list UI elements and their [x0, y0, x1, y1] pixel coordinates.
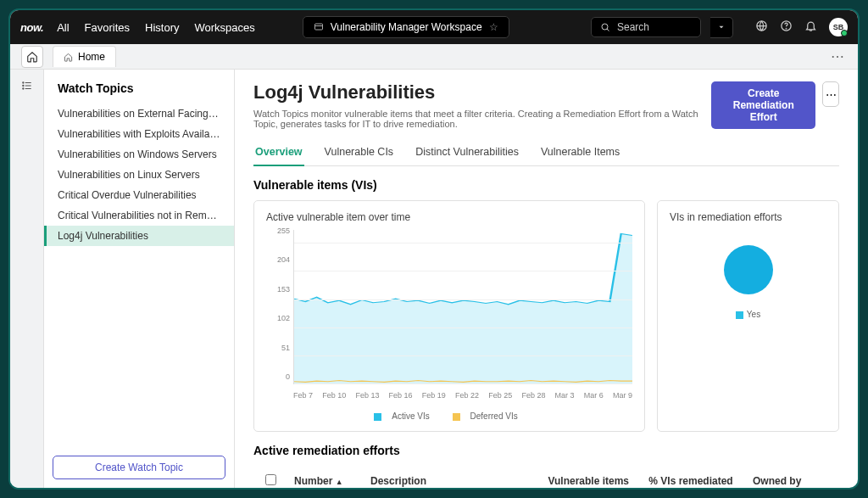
nav-all[interactable]: All: [57, 21, 69, 34]
nav-favorites[interactable]: Favorites: [85, 21, 130, 34]
search-dropdown[interactable]: [710, 17, 733, 38]
more-actions-button[interactable]: ⋯: [822, 81, 839, 107]
rail-home-button[interactable]: [21, 46, 43, 68]
col-description[interactable]: Description: [364, 472, 526, 488]
page-subtitle: Watch Topics monitor vulnerable items th…: [253, 109, 711, 129]
top-nav: now. All Favorites History Workspaces Vu…: [10, 10, 858, 44]
bell-icon[interactable]: [804, 20, 817, 35]
svg-point-13: [22, 88, 23, 89]
workspace-icon: [314, 22, 324, 32]
workspace-pill[interactable]: Vulnerability Manager Workspace ☆: [303, 16, 509, 38]
globe-icon[interactable]: [755, 20, 768, 35]
avatar[interactable]: SB: [829, 18, 848, 36]
sidebar-item[interactable]: Vulnerabilities on External Facing Asset…: [44, 104, 234, 124]
page-title: Log4j Vulnerabilities: [253, 81, 711, 104]
more-icon: ⋯: [826, 88, 837, 101]
svg-point-12: [22, 85, 23, 86]
chart-panel: Active vulnerable item over time 2552041…: [253, 200, 645, 432]
sidebar-item[interactable]: Vulnerabilities on Linux Servers: [44, 165, 234, 185]
table-header: Number ▲ Description Vulnerable items % …: [253, 466, 839, 488]
svg-rect-0: [314, 24, 322, 30]
select-all-checkbox[interactable]: [265, 474, 276, 485]
sort-asc-icon: ▲: [336, 478, 343, 486]
col-number[interactable]: Number ▲: [287, 472, 364, 488]
chart-legend: Active VIs Deferred VIs: [266, 411, 632, 421]
section-remediation-title: Active remediation efforts: [253, 444, 839, 457]
create-remediation-button[interactable]: Create Remediation Effort: [711, 81, 815, 129]
search-input[interactable]: Search: [591, 17, 701, 37]
tab[interactable]: Overview: [253, 141, 304, 166]
search-icon: [600, 22, 610, 32]
chevron-down-icon: [717, 23, 726, 31]
left-rail: [10, 70, 44, 488]
sidebar-item[interactable]: Vulnerabilities with Exploits Available: [44, 124, 234, 144]
breadcrumb-bar: Home ⋯: [10, 44, 858, 70]
svg-point-7: [786, 28, 787, 29]
col-vulnerable-items[interactable]: Vulnerable items: [526, 472, 636, 488]
rail-list-button[interactable]: [16, 75, 38, 97]
sidebar-item[interactable]: Log4j Vulnerabilities: [44, 226, 234, 246]
svg-point-11: [22, 82, 23, 83]
help-icon[interactable]: [780, 20, 793, 35]
tab[interactable]: Distinct Vulnerabilities: [414, 141, 520, 165]
sidebar-item[interactable]: Vulnerabilities on Windows Servers: [44, 144, 234, 165]
col-owned-by[interactable]: Owned by: [746, 472, 839, 488]
sidebar-item[interactable]: Critical Vulnerabilities not in Remediat…: [44, 205, 234, 226]
sidebar-item[interactable]: Critical Overdue Vulnerabilities: [44, 185, 234, 205]
section-vi-title: Vulnerable items (VIs): [253, 178, 839, 192]
nav-items: All Favorites History Workspaces: [57, 21, 255, 34]
line-chart: [294, 230, 632, 384]
tabs: OverviewVulnerable CIsDistinct Vulnerabi…: [253, 141, 839, 166]
tab[interactable]: Vulnerable CIs: [323, 141, 396, 165]
donut-title: VIs in remediation efforts: [670, 211, 826, 223]
col-pct-remediated[interactable]: % VIs remediated: [636, 472, 746, 488]
donut-chart: [724, 245, 773, 294]
list-icon: [21, 80, 33, 92]
donut-legend: Yes: [736, 310, 760, 319]
nav-workspaces[interactable]: Workspaces: [195, 21, 255, 34]
tab[interactable]: Vulnerable Items: [539, 141, 621, 165]
nav-history[interactable]: History: [145, 21, 179, 34]
brand-logo: now.: [20, 21, 43, 34]
home-icon: [64, 53, 73, 62]
create-watch-topic-button[interactable]: Create Watch Topic: [53, 456, 225, 479]
more-icon[interactable]: ⋯: [831, 48, 846, 64]
sidebar-title: Watch Topics: [44, 70, 234, 104]
main-content: Log4j Vulnerabilities Watch Topics monit…: [235, 70, 858, 488]
star-icon[interactable]: ☆: [489, 21, 498, 33]
donut-panel: VIs in remediation efforts Yes: [657, 200, 839, 432]
chart-title: Active vulnerable item over time: [266, 211, 632, 223]
svg-point-2: [602, 24, 608, 30]
home-icon: [26, 51, 38, 63]
svg-line-3: [607, 29, 609, 31]
breadcrumb-tab[interactable]: Home: [53, 46, 116, 67]
sidebar: Watch Topics Vulnerabilities on External…: [44, 70, 235, 488]
